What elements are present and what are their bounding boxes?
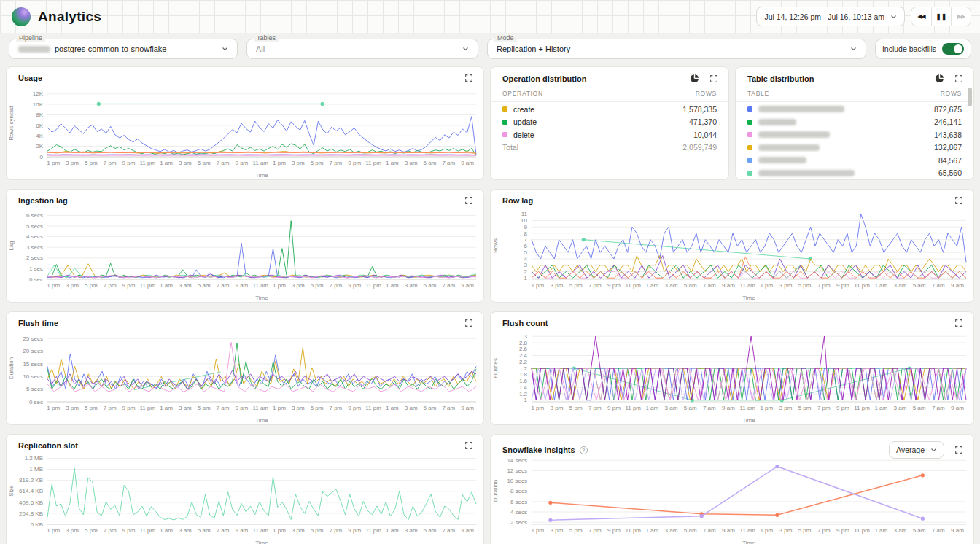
svg-text:7 am: 7 am	[442, 405, 455, 411]
svg-text:1 pm: 1 pm	[760, 405, 773, 411]
svg-text:5 pm: 5 pm	[85, 160, 98, 166]
svg-text:1.6: 1.6	[519, 378, 528, 384]
svg-text:1 pm: 1 pm	[760, 282, 773, 289]
svg-text:11 am: 11 am	[739, 405, 755, 411]
svg-text:3 am: 3 am	[405, 282, 418, 289]
svg-text:9 pm: 9 pm	[348, 282, 361, 289]
playback-controls: ◀◀ ❚❚ ▶▶	[911, 7, 971, 26]
svg-text:9: 9	[524, 224, 528, 230]
redacted-table-name	[758, 144, 820, 151]
series-color-swatch	[747, 145, 752, 150]
expand-icon[interactable]	[464, 441, 473, 450]
row-value: 143,638	[934, 131, 962, 139]
svg-text:1: 1	[524, 397, 528, 403]
series-color-swatch	[747, 171, 752, 176]
rewind-button[interactable]: ◀◀	[911, 7, 931, 26]
svg-text:9 am: 9 am	[236, 282, 249, 289]
svg-text:1.8: 1.8	[519, 371, 528, 378]
svg-text:5 am: 5 am	[913, 527, 926, 534]
pie-chart-icon[interactable]	[690, 74, 699, 83]
svg-text:9 am: 9 am	[461, 405, 474, 411]
pie-chart-icon[interactable]	[935, 74, 944, 83]
expand-icon[interactable]	[954, 74, 963, 83]
table-dist-rows: 872,675246,141143,638132,86784,56765,560…	[736, 103, 973, 180]
svg-text:9 am: 9 am	[951, 405, 964, 411]
svg-text:2: 2	[524, 365, 528, 372]
svg-text:3 pm: 3 pm	[66, 405, 79, 411]
svg-text:2 secs: 2 secs	[510, 519, 527, 526]
expand-icon[interactable]	[464, 319, 473, 327]
svg-text:Lag: Lag	[8, 241, 15, 250]
svg-text:7 pm: 7 pm	[817, 282, 831, 289]
svg-text:3 pm: 3 pm	[551, 405, 564, 411]
svg-text:3 am: 3 am	[665, 282, 678, 289]
pipeline-value: postgres-common-to-snowflake	[55, 44, 166, 53]
expand-icon[interactable]	[954, 196, 963, 205]
pipeline-select[interactable]: Pipeline postgres-common-to-snowflake	[9, 39, 238, 59]
scrollbar[interactable]	[968, 88, 972, 106]
expand-icon[interactable]	[709, 74, 718, 83]
svg-text:2.2: 2.2	[519, 359, 528, 365]
svg-text:9 am: 9 am	[236, 405, 249, 411]
row-value: 2,059,749	[682, 143, 717, 152]
flush-count-title: Flush count	[502, 319, 548, 327]
pause-button[interactable]: ❚❚	[931, 7, 951, 26]
row-lag-card: Row lag 12345678910111 pm3 pm5 pm7 pm9 p…	[490, 189, 974, 303]
svg-text:3 secs: 3 secs	[26, 244, 43, 251]
svg-text:11 am: 11 am	[739, 282, 755, 289]
tables-label: Tables	[254, 34, 279, 42]
redacted-table-name	[758, 119, 796, 125]
svg-text:Time: Time	[255, 417, 268, 424]
svg-text:3 am: 3 am	[894, 282, 907, 289]
svg-text:9 am: 9 am	[722, 527, 735, 534]
chevron-down-icon	[462, 47, 469, 51]
flush-count-card: Flush count 11.21.41.61.822.22.42.62.831…	[490, 311, 974, 425]
svg-text:Duration: Duration	[8, 357, 15, 379]
pipeline-label: Pipeline	[16, 34, 45, 42]
expand-icon[interactable]	[464, 196, 473, 205]
svg-text:1 pm: 1 pm	[760, 527, 773, 534]
svg-text:1 MB: 1 MB	[29, 466, 43, 473]
svg-text:7 pm: 7 pm	[817, 405, 831, 411]
svg-text:7 am: 7 am	[703, 282, 716, 289]
tables-select[interactable]: Tables All	[246, 39, 478, 59]
svg-text:7 am: 7 am	[703, 405, 716, 411]
table-row: 246,141	[736, 116, 973, 129]
svg-text:2: 2	[524, 268, 528, 275]
svg-text:5 am: 5 am	[684, 527, 697, 534]
usage-title: Usage	[18, 74, 42, 82]
include-backfills-switch[interactable]	[942, 43, 964, 55]
svg-text:3 am: 3 am	[665, 405, 678, 411]
expand-icon[interactable]	[954, 319, 963, 327]
svg-text:9 am: 9 am	[236, 527, 249, 534]
svg-text:11: 11	[521, 211, 528, 217]
chevron-down-icon	[850, 47, 857, 51]
svg-text:2.8: 2.8	[519, 340, 528, 346]
mode-label: Mode	[494, 34, 517, 42]
svg-text:204.8 KB: 204.8 KB	[19, 510, 43, 517]
table-row: update471,370	[491, 116, 728, 129]
flush-count-chart: 11.21.41.61.822.22.42.62.831 pm3 pm5 pm7…	[491, 330, 973, 424]
expand-icon[interactable]	[464, 74, 473, 82]
svg-text:1 sec: 1 sec	[29, 265, 43, 272]
svg-text:1 am: 1 am	[645, 405, 658, 411]
svg-text:6 secs: 6 secs	[510, 499, 527, 505]
date-range-picker[interactable]: Jul 14, 12:26 pm - Jul 16, 10:13 am	[756, 7, 905, 26]
table-row: 132,867	[736, 141, 973, 155]
svg-text:10K: 10K	[33, 101, 44, 108]
mode-select[interactable]: Mode Replication + History	[487, 39, 866, 59]
svg-text:10: 10	[521, 217, 527, 224]
svg-text:Rows synced: Rows synced	[8, 106, 15, 141]
date-range-label: Jul 14, 12:26 pm - Jul 16, 10:13 am	[764, 12, 884, 21]
forward-button[interactable]: ▶▶	[951, 7, 971, 26]
include-backfills-toggle-pill: Include backfills	[875, 39, 971, 59]
svg-text:5: 5	[524, 249, 528, 256]
svg-text:7 pm: 7 pm	[330, 405, 343, 411]
svg-text:5 am: 5 am	[424, 405, 437, 411]
svg-text:9 pm: 9 pm	[607, 527, 621, 534]
svg-text:5 pm: 5 pm	[85, 527, 98, 534]
svg-text:3 pm: 3 pm	[779, 527, 793, 534]
svg-text:Time: Time	[255, 540, 268, 544]
svg-text:3 pm: 3 pm	[66, 527, 79, 534]
svg-text:9 am: 9 am	[951, 527, 964, 534]
